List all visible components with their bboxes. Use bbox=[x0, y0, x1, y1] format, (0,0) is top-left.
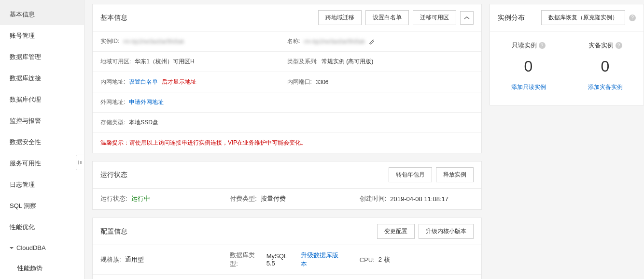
type-value: 常规实例 (高可用版) bbox=[322, 58, 373, 66]
instance-id-value: rm-bp1hw3as0ar5fo5ak bbox=[123, 38, 184, 45]
distribution-panel: 实例分布 数据库恢复（原克隆实例） ? 只读实例 ? 0 添加只读实例 bbox=[490, 4, 644, 105]
config-title: 配置信息 bbox=[100, 227, 127, 236]
spec-label: 规格族: bbox=[100, 255, 121, 264]
distribution-title: 实例分布 bbox=[498, 14, 525, 22]
dbtype-label: 数据库类型: bbox=[230, 251, 262, 268]
collapse-panel-button[interactable] bbox=[460, 11, 474, 25]
intranet-port-value: 3306 bbox=[316, 79, 329, 86]
run-status-label: 运行状态: bbox=[100, 194, 127, 203]
add-readonly-link[interactable]: 添加只读实例 bbox=[490, 83, 567, 91]
migrate-az-button[interactable]: 迁移可用区 bbox=[413, 10, 456, 25]
migrate-region-button[interactable]: 跨地域迁移 bbox=[318, 10, 362, 25]
sidebar-item-account[interactable]: 账号管理 bbox=[0, 25, 84, 46]
created-label: 创建时间: bbox=[360, 194, 387, 203]
restore-db-button[interactable]: 数据库恢复（原克隆实例） bbox=[541, 10, 625, 25]
instance-id-label: 实例ID: bbox=[100, 37, 119, 45]
run-status-value: 运行中 bbox=[131, 194, 150, 203]
sidebar-item-clouddba[interactable]: CloudDBA bbox=[0, 238, 84, 258]
collapse-icon bbox=[78, 160, 83, 165]
change-config-button[interactable]: 变更配置 bbox=[377, 224, 415, 239]
upgrade-kernel-button[interactable]: 升级内核小版本 bbox=[419, 224, 474, 239]
sidebar-subitem-perf-trend[interactable]: 性能趋势 bbox=[0, 258, 84, 279]
intranet-addr-note: 后才显示地址 bbox=[162, 78, 196, 86]
sidebar-item-connection[interactable]: 数据库连接 bbox=[0, 68, 84, 89]
warning-text: 温馨提示：请使用以上访问连接串进行实例连接，VIP在业务维护中可能会变化。 bbox=[93, 133, 481, 153]
sidebar-item-proxy[interactable]: 数据库代理 bbox=[0, 89, 84, 110]
intranet-port-label: 内网端口: bbox=[287, 78, 312, 86]
status-panel: 运行状态 转包年包月 释放实例 运行状态: 运行中 付费类型: 按量付费 bbox=[92, 161, 482, 210]
set-whitelist-link[interactable]: 设置白名单 bbox=[129, 78, 158, 86]
extranet-addr-label: 外网地址: bbox=[100, 98, 125, 106]
storage-value: 本地SSD盘 bbox=[129, 118, 158, 127]
config-panel: 配置信息 变更配置 升级内核小版本 规格族: 通用型 数据库类型: MySQL … bbox=[92, 218, 482, 279]
spec-value: 通用型 bbox=[125, 255, 144, 264]
created-value: 2019-04-08 11:08:17 bbox=[390, 195, 448, 203]
help-icon[interactable]: ? bbox=[629, 15, 636, 21]
chevron-up-icon bbox=[464, 16, 470, 20]
sidebar-item-security[interactable]: 数据安全性 bbox=[0, 132, 84, 153]
billing-value: 按量付费 bbox=[261, 194, 286, 203]
region-value: 华东1（杭州）可用区H bbox=[135, 58, 194, 66]
region-label: 地域可用区: bbox=[100, 58, 131, 66]
edit-icon[interactable] bbox=[369, 38, 376, 45]
release-instance-button[interactable]: 释放实例 bbox=[436, 167, 474, 182]
dbtype-value: MySQL 5.5 bbox=[266, 252, 297, 267]
status-title: 运行状态 bbox=[100, 171, 127, 179]
sidebar-collapse-toggle[interactable] bbox=[76, 155, 84, 170]
sidebar-item-database[interactable]: 数据库管理 bbox=[0, 46, 84, 68]
storage-label: 存储类型: bbox=[100, 118, 125, 127]
sidebar-item-perf[interactable]: 性能优化 bbox=[0, 217, 84, 238]
help-icon[interactable]: ? bbox=[616, 42, 622, 49]
sidebar-item-monitor[interactable]: 监控与报警 bbox=[0, 110, 84, 132]
basic-info-title: 基本信息 bbox=[100, 14, 127, 22]
readonly-count: 0 bbox=[490, 58, 567, 75]
whitelist-button[interactable]: 设置白名单 bbox=[365, 10, 409, 25]
intranet-addr-label: 内网地址: bbox=[100, 78, 125, 86]
add-disaster-link[interactable]: 添加灾备实例 bbox=[567, 83, 644, 91]
type-label: 类型及系列: bbox=[287, 58, 318, 66]
cpu-value: 2 核 bbox=[378, 255, 390, 264]
disaster-label: 灾备实例 bbox=[588, 41, 614, 50]
sidebar-item-availability[interactable]: 服务可用性 bbox=[0, 153, 84, 174]
sidebar-item-basic-info[interactable]: 基本信息 bbox=[0, 4, 84, 25]
readonly-label: 只读实例 bbox=[512, 41, 537, 50]
convert-billing-button[interactable]: 转包年包月 bbox=[389, 167, 432, 182]
basic-info-panel: 基本信息 跨地域迁移 设置白名单 迁移可用区 实例ID: rm-bp1hw3as… bbox=[92, 4, 482, 153]
upgrade-db-link[interactable]: 升级数据库版本 bbox=[301, 251, 344, 268]
sidebar-item-logs[interactable]: 日志管理 bbox=[0, 174, 84, 195]
apply-extranet-link[interactable]: 申请外网地址 bbox=[129, 98, 164, 106]
help-icon[interactable]: ? bbox=[539, 42, 546, 49]
billing-label: 付费类型: bbox=[230, 194, 257, 203]
disaster-count: 0 bbox=[567, 58, 644, 75]
cpu-label: CPU: bbox=[360, 256, 375, 264]
name-value: rm-bp1hw3as0ar5fo5ak bbox=[304, 38, 365, 45]
sidebar: 基本信息 账号管理 数据库管理 数据库连接 数据库代理 监控与报警 数据安全性 … bbox=[0, 0, 84, 279]
sidebar-item-sql[interactable]: SQL 洞察 bbox=[0, 195, 84, 217]
name-label: 名称: bbox=[287, 37, 300, 45]
